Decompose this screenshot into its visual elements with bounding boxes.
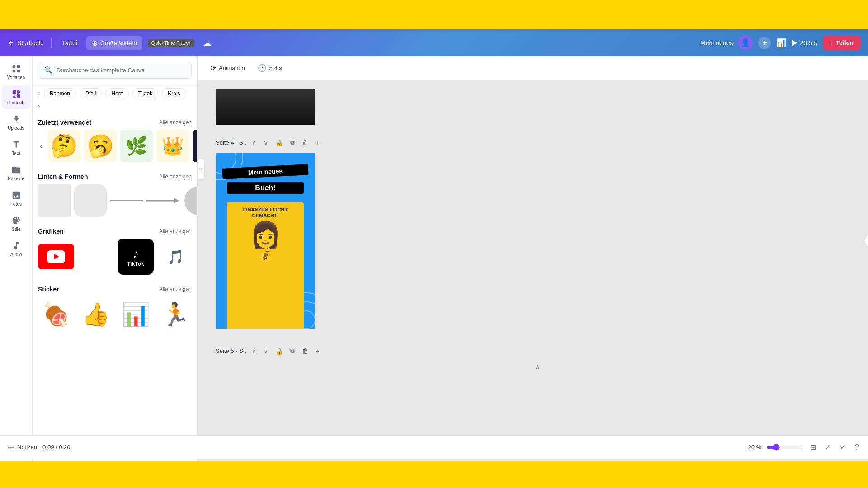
filter-pfeil[interactable]: Pfeil bbox=[80, 88, 102, 99]
recent-item-yawning[interactable]: 🥱 bbox=[84, 130, 117, 162]
filter-tiktok[interactable]: Tiktok bbox=[132, 88, 159, 99]
page4-delete-btn[interactable]: 🗑 bbox=[300, 138, 310, 147]
animation-button[interactable]: ⟳ Animation bbox=[205, 61, 250, 75]
back-button[interactable]: Startseite bbox=[7, 39, 44, 47]
pages-container: Seite 4 - S.. ∧ ∨ 🔒 ⧉ 🗑 + bbox=[198, 80, 868, 390]
scroll-up-icon: ∧ bbox=[535, 363, 540, 370]
sticker-chart[interactable]: 📊 bbox=[118, 296, 154, 333]
sidebar-item-uploads[interactable]: Uploads bbox=[2, 111, 31, 134]
cloud-icon[interactable]: ☁ bbox=[203, 38, 211, 48]
recent-item-thinking[interactable]: 🤔 bbox=[48, 130, 80, 162]
filter-herz[interactable]: Herz bbox=[105, 88, 128, 99]
expand-btn[interactable]: ⤢ bbox=[823, 441, 833, 453]
page5-scroll-indicator[interactable]: ∧ bbox=[216, 361, 859, 372]
duration-value: 5.4 s bbox=[269, 65, 282, 71]
text-icon bbox=[11, 140, 21, 150]
filter-prev-btn[interactable]: ‹ bbox=[38, 90, 40, 97]
sidebar-uploads-label: Uploads bbox=[8, 126, 24, 131]
recently-used-link[interactable]: Alle anzeigen bbox=[159, 119, 192, 126]
canvas-area: Seite 4 - S.. ∧ ∨ 🔒 ⧉ 🗑 + bbox=[198, 56, 868, 461]
sticker-sport[interactable]: 🏃 bbox=[157, 296, 193, 333]
shape-circle[interactable] bbox=[183, 184, 198, 217]
play-button[interactable]: 20.5 s bbox=[792, 39, 817, 47]
stickers-link[interactable]: Alle anzeigen bbox=[159, 286, 192, 292]
zoom-slider[interactable] bbox=[767, 444, 803, 451]
sidebar-item-fotos[interactable]: Fotos bbox=[2, 187, 31, 210]
page4-add-btn[interactable]: + bbox=[314, 138, 321, 147]
bottom-right: 20 % ⊞ ⤢ ✓ ? bbox=[748, 441, 861, 453]
notes-button[interactable]: Notizen bbox=[7, 444, 37, 451]
time-display: 0:09 / 0:20 bbox=[42, 444, 70, 450]
recent-prev-btn[interactable]: ‹ bbox=[38, 140, 44, 153]
page4-canvas[interactable]: Mein neues Buch! FINANZEN LEICHT GEMACHT… bbox=[216, 153, 315, 329]
filter-next-btn[interactable]: › bbox=[38, 103, 40, 110]
graphic-youtube[interactable] bbox=[38, 244, 74, 269]
header-right: Mein neues 👤 + 📊 20.5 s ↑ Teilen bbox=[700, 36, 861, 50]
page4-up-btn[interactable]: ∧ bbox=[250, 138, 258, 147]
svg-rect-7 bbox=[16, 94, 19, 98]
page4-refresh-btn[interactable] bbox=[864, 234, 868, 248]
search-input[interactable] bbox=[57, 67, 186, 74]
sidebar-item-stile[interactable]: Stile bbox=[2, 212, 31, 235]
page4-lock-btn[interactable]: 🔒 bbox=[274, 138, 285, 147]
header-divider-1 bbox=[51, 38, 52, 48]
avatar[interactable]: 👤 bbox=[738, 36, 753, 50]
recent-item-moon[interactable]: 🌙 bbox=[193, 130, 198, 162]
recent-item-crown[interactable]: 👑 bbox=[156, 130, 189, 162]
graphics-title: Grafiken bbox=[38, 228, 64, 235]
file-menu[interactable]: Datei bbox=[59, 38, 81, 48]
shape-rounded-rect[interactable] bbox=[74, 184, 107, 217]
graphic-misc[interactable]: 🎵 bbox=[157, 239, 193, 275]
page5-wrapper: Seite 5 - S.. ∧ ∨ 🔒 ⧉ 🗑 + ∧ bbox=[216, 343, 859, 372]
graphics-link[interactable]: Alle anzeigen bbox=[159, 228, 192, 235]
page5-delete-btn[interactable]: 🗑 bbox=[300, 347, 310, 356]
check-btn[interactable]: ✓ bbox=[838, 441, 848, 453]
page5-up-btn[interactable]: ∧ bbox=[250, 347, 258, 356]
sidebar-item-vorlagen[interactable]: Vorlagen bbox=[2, 60, 31, 84]
graphic-tiktok[interactable]: ♪ TikTok bbox=[118, 239, 154, 275]
shape-square[interactable] bbox=[38, 184, 71, 217]
sidebar-item-text[interactable]: Text bbox=[2, 136, 31, 160]
stickers-title: Sticker bbox=[38, 286, 59, 293]
shape-line[interactable] bbox=[110, 184, 143, 217]
graphic-arrow[interactable] bbox=[78, 239, 114, 275]
sticker-thumbsup[interactable]: 👍 bbox=[78, 296, 114, 333]
page4-duplicate-btn[interactable]: ⧉ bbox=[288, 138, 297, 147]
chart-icon[interactable]: 📊 bbox=[776, 38, 786, 48]
graphics-next-btn[interactable]: › bbox=[197, 250, 198, 263]
lines-shapes-title: Linien & Formen bbox=[38, 173, 88, 180]
back-icon bbox=[7, 39, 14, 47]
share-label: Teilen bbox=[836, 39, 854, 47]
sidebar-text-label: Text bbox=[12, 151, 20, 156]
page4-down-btn[interactable]: ∨ bbox=[262, 138, 270, 147]
add-button[interactable]: + bbox=[758, 37, 771, 49]
filter-rahmen[interactable]: Rahmen bbox=[44, 88, 76, 99]
panel-collapse-btn[interactable]: ‹ bbox=[198, 158, 205, 180]
sidebar-item-elemente[interactable]: Elemente bbox=[2, 85, 31, 109]
resize-button[interactable]: ⊕ Größe ändern bbox=[86, 36, 142, 50]
bg-top-stripe bbox=[0, 0, 868, 29]
page5-add-btn[interactable]: + bbox=[314, 347, 321, 356]
shape-arrow[interactable] bbox=[146, 196, 179, 205]
folder-icon bbox=[11, 165, 21, 175]
help-btn[interactable]: ? bbox=[853, 441, 861, 453]
recent-item-plant[interactable]: 🌿 bbox=[120, 130, 153, 162]
grid-view-btn[interactable]: ⊞ bbox=[808, 441, 818, 453]
sticker-food[interactable]: 🍖 bbox=[38, 296, 74, 333]
page5-lock-btn[interactable]: 🔒 bbox=[274, 347, 285, 356]
page-top-partial bbox=[207, 89, 859, 125]
graphics-header: Grafiken Alle anzeigen bbox=[33, 222, 197, 239]
svg-rect-0 bbox=[12, 65, 15, 68]
sidebar-item-projekte[interactable]: Projekte bbox=[2, 161, 31, 185]
lines-shapes-link[interactable]: Alle anzeigen bbox=[159, 174, 192, 180]
page5-down-btn[interactable]: ∨ bbox=[262, 347, 270, 356]
sidebar-vorlagen-label: Vorlagen bbox=[7, 75, 25, 80]
share-button[interactable]: ↑ Teilen bbox=[823, 36, 861, 50]
page-top-image bbox=[216, 89, 315, 125]
canvas-toolbar: ⟳ Animation 🕐 5.4 s bbox=[198, 56, 868, 80]
stickers-next-btn[interactable]: › bbox=[197, 308, 198, 321]
sidebar-item-audio[interactable]: Audio bbox=[2, 237, 31, 261]
filter-kreis[interactable]: Kreis bbox=[162, 88, 186, 99]
page5-duplicate-btn[interactable]: ⧉ bbox=[288, 346, 297, 356]
search-icon: 🔍 bbox=[44, 66, 53, 75]
